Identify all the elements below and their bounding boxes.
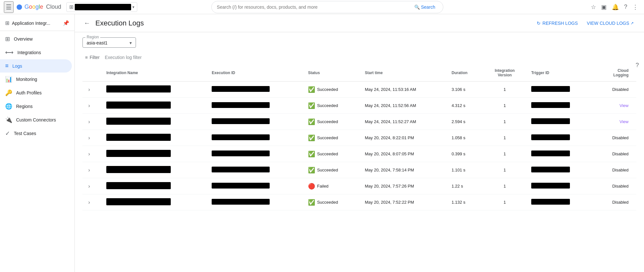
sidebar-item-integrations[interactable]: ⟷ Integrations — [0, 46, 72, 59]
google-cloud-text: Google Cloud — [24, 4, 61, 10]
hamburger-menu-button[interactable]: ☰ — [4, 1, 14, 13]
region-select[interactable]: asia-east1 ▾ — [87, 40, 132, 45]
status-cell: ✅ Succeeded — [303, 194, 360, 210]
integration-name-cell — [101, 130, 207, 146]
status-text: Succeeded — [317, 168, 338, 172]
cloud-logging-cell: Disabled — [595, 162, 636, 178]
cloud-logging-cell: Disabled — [595, 178, 636, 194]
execution-id-cell — [207, 130, 303, 146]
expand-row-button[interactable]: › — [88, 151, 91, 158]
trigger-id-redacted — [531, 151, 570, 156]
auth-profiles-icon: 🔑 — [5, 89, 12, 96]
terminal-button[interactable]: ▣ — [599, 2, 609, 13]
help-button[interactable]: ? — [622, 2, 629, 12]
trigger-id-redacted — [531, 86, 570, 92]
filter-row: ≡ Filter Execution log filter — [82, 53, 636, 62]
status-text: Succeeded — [317, 151, 338, 156]
expand-row-button[interactable]: › — [88, 86, 91, 93]
table-row[interactable]: › ✅ Succeeded May 24, 2024, 11:52:27 AM … — [82, 114, 636, 130]
pin-icon[interactable]: 📌 — [63, 20, 69, 26]
table-row[interactable]: › 🔴 Failed May 20, 2024, 7:57:26 PM 1.22… — [82, 178, 636, 194]
table-row[interactable]: › ✅ Succeeded May 20, 2024, 7:52:22 PM 1… — [82, 194, 636, 210]
table-row[interactable]: › ✅ Succeeded May 24, 2024, 11:52:56 AM … — [82, 98, 636, 114]
view-cloud-logging-link[interactable]: View — [620, 103, 629, 108]
execution-id-cell — [207, 98, 303, 114]
search-input[interactable] — [217, 5, 409, 10]
expand-row-button[interactable]: › — [88, 134, 91, 141]
integration-name-redacted — [106, 134, 171, 141]
integration-name-redacted — [106, 85, 171, 92]
regions-icon: 🌐 — [5, 103, 12, 110]
table-row[interactable]: › ✅ Succeeded May 20, 2024, 8:22:01 PM 1… — [82, 130, 636, 146]
sidebar-item-auth-profiles[interactable]: 🔑 Auth Profiles — [0, 86, 72, 100]
refresh-icon: ↻ — [537, 21, 541, 26]
test-cases-icon: ✓ — [5, 130, 10, 137]
expand-row-button[interactable]: › — [88, 118, 91, 125]
sidebar-label-regions: Regions — [16, 104, 33, 109]
refresh-logs-button[interactable]: ↻ REFRESH LOGS — [534, 19, 581, 28]
status-cell: ✅ Succeeded — [303, 130, 360, 146]
top-nav: ☰ Google Cloud ⊞ ▾ 🔍 Search ☆ ▣ 🔔 ? ⋮ — [0, 0, 644, 14]
trigger-id-cell — [526, 82, 595, 98]
search-button[interactable]: 🔍 Search — [412, 3, 438, 11]
back-button[interactable]: ← — [82, 18, 91, 28]
sidebar-item-monitoring[interactable]: 📊 Monitoring — [0, 73, 72, 86]
expand-row-button[interactable]: › — [88, 167, 91, 174]
overview-icon: ⊞ — [5, 35, 10, 43]
back-arrow-icon: ← — [84, 19, 90, 27]
notifications-button[interactable]: 🔔 — [610, 2, 621, 13]
cloud-logging-cell: Disabled — [595, 146, 636, 162]
integration-version-cell: 1 — [483, 162, 526, 178]
execution-id-redacted — [212, 118, 270, 124]
status-text: Succeeded — [317, 87, 338, 92]
table-row[interactable]: › ✅ Succeeded May 20, 2024, 7:58:14 PM 1… — [82, 162, 636, 178]
table-row[interactable]: › ✅ Succeeded May 20, 2024, 8:07:05 PM 0… — [82, 146, 636, 162]
region-value: asia-east1 — [87, 40, 108, 45]
filter-placeholder: Execution log filter — [105, 55, 141, 60]
col-duration: Duration — [447, 64, 484, 82]
sidebar-item-regions[interactable]: 🌐 Regions — [0, 100, 72, 113]
sidebar: ⊞ Application Integr... 📌 ⊞ Overview ⟷ I… — [0, 14, 75, 272]
refresh-logs-label: REFRESH LOGS — [543, 21, 578, 26]
expand-row-button[interactable]: › — [88, 183, 91, 190]
region-dropdown-arrow: ▾ — [130, 40, 132, 45]
search-bar[interactable]: 🔍 Search — [211, 1, 443, 13]
start-time-cell: May 24, 2024, 11:52:27 AM — [360, 114, 446, 130]
expand-row-button[interactable]: › — [88, 199, 91, 206]
sidebar-item-logs[interactable]: ≡ Logs — [0, 59, 72, 73]
external-link-icon: ↗ — [630, 21, 634, 25]
start-time-cell: May 24, 2024, 11:53:16 AM — [360, 82, 446, 98]
filter-section: Region asia-east1 ▾ ≡ Filter Execution l… — [75, 32, 644, 64]
integration-version-cell: 1 — [483, 146, 526, 162]
view-cloud-logs-button[interactable]: VIEW CLOUD LOGS ↗ — [584, 19, 636, 28]
google-cloud-logo: Google Cloud — [16, 4, 61, 10]
integration-name-redacted — [106, 182, 171, 189]
help-floating-button[interactable]: ? — [636, 62, 639, 69]
monitoring-icon: 📊 — [5, 76, 12, 83]
more-options-button[interactable]: ⋮ — [630, 2, 640, 13]
integration-name-cell — [101, 114, 207, 130]
success-icon: ✅ — [308, 118, 315, 125]
status-text: Failed — [317, 184, 328, 189]
col-expand — [82, 64, 101, 82]
view-cloud-logging-link[interactable]: View — [620, 119, 629, 124]
sidebar-item-test-cases[interactable]: ✓ Test Cases — [0, 127, 72, 140]
trigger-id-redacted — [531, 199, 570, 205]
sidebar-item-overview[interactable]: ⊞ Overview — [0, 32, 72, 46]
expand-row-button[interactable]: › — [88, 102, 91, 109]
filter-icon: ≡ — [85, 55, 88, 60]
table-container: Integration Name Execution ID Status Sta… — [75, 64, 644, 210]
page-title: Execution Logs — [95, 19, 144, 27]
star-button[interactable]: ☆ — [589, 2, 598, 13]
region-select-wrapper[interactable]: Region asia-east1 ▾ — [82, 37, 136, 48]
status-cell: 🔴 Failed — [303, 178, 360, 194]
execution-id-cell — [207, 114, 303, 130]
sidebar-item-custom-connectors[interactable]: 🔌 Custom Connectors — [0, 113, 72, 127]
table-row[interactable]: › ✅ Succeeded May 24, 2024, 11:53:16 AM … — [82, 82, 636, 98]
filter-button[interactable]: ≡ Filter — [82, 53, 102, 62]
execution-logs-table: Integration Name Execution ID Status Sta… — [82, 64, 636, 210]
expand-cell: › — [82, 82, 101, 98]
region-label: Region — [85, 35, 100, 39]
project-selector[interactable]: ⊞ ▾ — [66, 2, 137, 12]
execution-id-redacted — [212, 151, 270, 156]
